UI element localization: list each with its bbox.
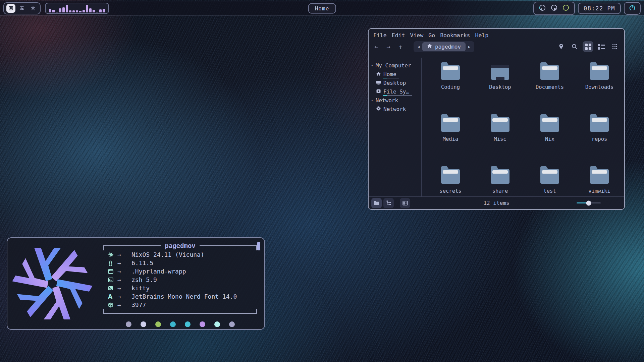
thumbnail-view-button[interactable] [609,41,620,52]
disk-gauge-icon [539,4,546,13]
file-item-coding[interactable]: Coding [426,61,475,113]
power-button[interactable] [624,2,641,15]
file-label: Media [443,136,459,142]
visualizer-bar [56,12,58,12]
fastfetch-row: → kitty [108,284,257,292]
search-button[interactable] [569,41,580,52]
sidebar-section-network[interactable]: ▾ Network [369,96,421,105]
folder-icon [441,169,460,184]
arrow-glyph: → [117,285,131,292]
icon-view-icon [585,44,591,50]
menu-item-help[interactable]: Help [475,32,489,39]
visualizer-bar [59,8,61,12]
path-scroll-right[interactable]: ▶ [466,45,472,49]
file-label: share [492,188,508,194]
window-icon [108,269,117,274]
fastfetch-row: → zsh 5.9 [108,276,257,284]
zoom-slider-track [577,202,601,203]
shell-icon [108,278,117,282]
file-label: Desktop [489,84,511,90]
sidebar-item-network[interactable]: Network [369,105,421,113]
places-pane-button[interactable] [371,198,382,208]
fastfetch-value: kitty [131,285,150,292]
sidebar-item-home[interactable]: Home [369,70,421,78]
package-icon [108,302,117,308]
visualizer-bar [86,5,88,12]
fastfetch-row: → NixOS 24.11 (Vicuna) [108,250,257,259]
terminal-color-palette [103,321,257,327]
fastfetch-value: 3977 [131,301,146,308]
fastfetch-value: NixOS 24.11 (Vicuna) [131,251,204,258]
active-window-title[interactable]: Home [308,3,336,13]
file-item-desktop[interactable]: Desktop [475,61,525,113]
back-button[interactable]: ← [372,43,381,50]
fastfetch-frame-bottom [103,310,257,317]
visualizer-bars [49,4,105,12]
file-item-misc[interactable]: Misc [475,113,525,165]
zoom-slider-knob[interactable] [586,200,591,205]
folder-icon [491,169,509,184]
sidebar-section-my-computer[interactable]: ▾ My Computer [369,61,421,70]
file-item-media[interactable]: Media [426,113,475,165]
arrow-glyph: → [117,293,131,300]
folder-icon [540,65,559,80]
home-icon [427,44,432,50]
visualizer-bar [79,11,82,12]
sidebar: ▾ My Computer Home Desktop File Sy… ▾ Ne… [369,58,422,196]
arrow-glyph: → [117,251,131,258]
file-item-downloads[interactable]: Downloads [575,61,624,113]
terminal-window[interactable]: pagedmov → NixOS 24.11 (Vicuna) → 6.11.5… [7,237,265,330]
path-scroll-left[interactable]: ◀ [416,45,422,49]
forward-button[interactable]: → [384,43,393,50]
folder-icon [590,169,609,184]
menu-item-edit[interactable]: Edit [392,32,405,39]
visualizer-bar [62,7,65,12]
up-button[interactable]: ↑ [396,43,405,50]
menu-item-file[interactable]: File [373,32,387,39]
file-item-documents[interactable]: Documents [525,61,575,113]
menu-item-view[interactable]: View [410,32,424,39]
globe-icon [376,106,381,112]
folder-icon [540,169,559,184]
fastfetch-row: → .Hyprland-wrapp [108,267,257,276]
arrow-glyph: → [117,301,131,308]
collapse-triangle-icon: ▾ [371,63,373,68]
clock-text: 08:22 PM [584,5,615,12]
workspace-button-2[interactable] [17,4,26,13]
file-item-nix[interactable]: Nix [525,113,575,165]
file-item-repos[interactable]: repos [575,113,624,165]
visualizer-bar [69,10,71,12]
sidebar-item-filesy[interactable]: File Sy… [369,87,421,96]
nixos-logo [12,243,93,325]
menu-item-go[interactable]: Go [428,32,435,39]
zoom-slider[interactable] [577,201,601,205]
folder-icon [590,117,609,132]
palette-dot [200,321,205,327]
icon-view-button[interactable] [583,41,593,52]
fastfetch-value: JetBrains Mono Nerd Font 14.0 [131,293,237,300]
clock: 08:22 PM [578,3,621,14]
workspace-glyph-icon [31,6,36,11]
folder-icon [441,65,460,80]
tree-pane-button[interactable] [383,198,394,208]
active-window-label: Home [315,5,329,11]
nix-icon [108,252,117,257]
path-segment-home[interactable]: pagedmov [422,42,466,51]
location-button[interactable] [556,41,567,52]
top-bar: Home 0 [0,1,644,15]
workspace-button-1[interactable] [6,4,15,13]
hostname: pagedmov [165,242,196,249]
visualizer-bar [76,10,78,12]
workspace-button-3[interactable] [29,4,38,13]
menu-item-bookmarks[interactable]: Bookmarks [440,32,470,39]
file-label: Downloads [585,84,613,90]
path-bar: ◀ pagedmov ▶ [414,41,474,52]
toggle-sidebar-button[interactable] [400,198,410,208]
folder-icon [590,65,609,80]
fastfetch-frame-top: pagedmov [103,242,257,249]
sidebar-item-desktop[interactable]: Desktop [369,78,421,87]
font-icon: A [108,293,117,300]
folder-icon [491,117,509,132]
visualizer-bar [89,8,92,12]
compact-view-button[interactable] [596,41,607,52]
